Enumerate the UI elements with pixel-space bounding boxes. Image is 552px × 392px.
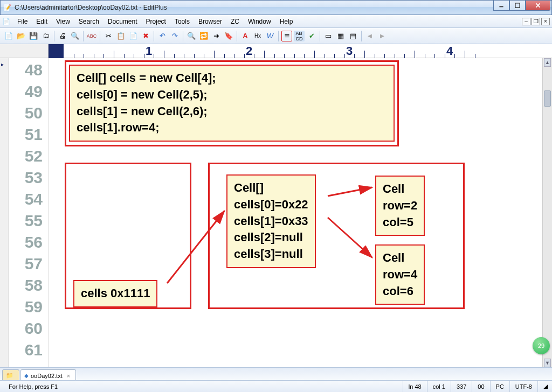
line-number: 58 [9,275,43,296]
document-tabs: 📁 ◆ ooDay02.txt × [0,367,552,380]
mdi-minimize-button[interactable]: – [522,18,530,25]
save-icon[interactable]: 💾 [28,31,39,41]
bookmark-column[interactable]: ▸ [0,58,9,367]
notification-badge[interactable]: 29 [533,337,550,354]
line-number: 61 [9,339,43,361]
menu-tools[interactable]: Tools [170,16,194,27]
window-buttons [493,1,550,11]
column-icon[interactable]: ABCD [294,31,305,41]
status-line: ln 48 [403,381,427,392]
menu-file[interactable]: File [13,16,32,27]
cascade-icon[interactable]: ▤ [348,31,358,41]
replace-icon[interactable]: 🔁 [198,31,209,41]
copy-icon[interactable]: 📋 [115,31,126,41]
toolbar-separator [100,31,100,41]
redo-icon[interactable]: ↷ [169,31,180,41]
directory-tab[interactable]: 📁 [2,369,19,380]
line-number: 48 [9,59,43,81]
scroll-thumb[interactable] [544,90,551,107]
editor-canvas[interactable]: Cell[] cells = new Cell[4]; cells[0] = n… [49,58,542,367]
menu-window[interactable]: Window [244,16,275,27]
line-number: 54 [9,188,43,210]
toolbar-separator [237,31,237,41]
line-number-gutter: 48 49 50 51 52 53 54 55 56 57 58 59 60 6… [9,58,49,367]
goto-icon[interactable]: ➜ [211,31,222,41]
menu-search[interactable]: Search [74,16,104,27]
toolbar-separator [278,31,279,41]
document-tab-label: ooDay02.txt [31,373,63,379]
mdi-restore-button[interactable]: ❐ [532,18,540,25]
browser-fwd-icon[interactable]: ► [377,31,388,41]
status-help: For Help, press F1 [3,381,403,392]
stack-var-box: cells 0x1111 [73,280,157,307]
code-box: Cell[] cells = new Cell[4]; cells[0] = n… [69,65,395,142]
editor-area: ▸ 48 49 50 51 52 53 54 55 56 57 58 59 60… [0,58,552,367]
browser-back-icon[interactable]: ◄ [364,31,375,41]
window-icon[interactable]: ▭ [323,31,334,41]
menu-project[interactable]: Project [142,16,170,27]
menu-bar: 📄 File Edit View Search Document Project… [0,15,552,28]
status-resize-grip[interactable]: ◢ [538,381,549,392]
close-button[interactable] [526,1,550,11]
line-number: 49 [9,81,43,102]
status-platform: PC [491,381,510,392]
hex-icon[interactable]: Hx [252,31,263,41]
svg-rect-1 [515,3,520,8]
tab-close-icon[interactable]: × [67,373,70,379]
open-file-icon[interactable]: 📂 [16,31,26,41]
scroll-up-icon[interactable]: ▲ [544,58,551,67]
ruler-number: 1 [146,44,152,58]
minimize-button[interactable] [493,1,509,11]
bookmark-arrow-icon: ▸ [1,61,4,67]
menu-document[interactable]: Document [104,16,142,27]
mdi-buttons: – ❐ × [522,18,550,25]
tile-icon[interactable]: ▦ [335,31,346,41]
status-col: col 1 [427,381,451,392]
folder-icon: 📁 [6,372,13,379]
ruler: 1 2 3 4 [0,44,552,58]
print-preview-icon[interactable]: 🔍 [70,31,80,41]
vertical-scrollbar[interactable]: ▲ ▼ [542,58,552,367]
bookmark-icon[interactable]: 🔖 [223,31,234,41]
array-box: Cell[] cells[0]=0x22 cells[1]=0x33 cells… [226,174,316,268]
ruler-number: 2 [246,44,252,58]
cut-icon[interactable]: ✂ [103,31,114,41]
find-icon[interactable]: 🔍 [186,31,197,41]
list-icon[interactable]: ≣ [281,31,292,41]
paste-icon[interactable]: 📄 [128,31,139,41]
scroll-down-icon[interactable]: ▼ [544,359,551,367]
save-all-icon[interactable]: 🗂 [40,31,51,41]
cell-box-b: Cell row=4 col=6 [375,244,425,305]
font-a-icon[interactable]: A [240,31,251,41]
menu-edit[interactable]: Edit [32,16,52,27]
delete-icon[interactable]: ✖ [140,31,151,41]
toolbar: 📄 📂 💾 🗂 🖨 🔍 ABC ✂ 📋 📄 ✖ ↶ ↷ 🔍 🔁 ➜ 🔖 A Hx… [0,28,552,44]
toolbar-separator [183,31,183,41]
menu-browser[interactable]: Browser [194,16,226,27]
window-titlebar: 📝 C:\Users\adminitartor\Desktop\ooDay02.… [0,0,552,15]
line-number: 51 [9,124,43,145]
ruler-number: 4 [446,44,453,58]
status-encoding: UTF-8 [510,381,538,392]
menu-view[interactable]: View [52,16,74,27]
document-tab[interactable]: ◆ ooDay02.txt × [20,369,76,380]
wrap-icon[interactable]: W [265,31,275,41]
menu-help[interactable]: Help [275,16,298,27]
new-file-icon[interactable]: 📄 [3,31,14,41]
cell-box-a: Cell row=2 col=5 [375,176,425,236]
toolbar-separator [154,31,154,41]
status-chars: 337 [451,381,472,392]
mdi-close-button[interactable]: × [541,18,550,25]
toolbar-separator [83,31,84,41]
line-number: 60 [9,318,43,339]
toolbar-separator [320,31,320,41]
check-icon[interactable]: ✔ [306,31,317,41]
line-number: 57 [9,253,43,275]
menu-zc[interactable]: ZC [226,16,244,27]
undo-icon[interactable]: ↶ [157,31,168,41]
print-icon[interactable]: 🖨 [57,31,68,41]
toolbar-separator [54,31,54,41]
ruler-number: 3 [346,44,353,58]
spellcheck-icon[interactable]: ABC [86,31,97,41]
maximize-button[interactable] [509,1,526,11]
